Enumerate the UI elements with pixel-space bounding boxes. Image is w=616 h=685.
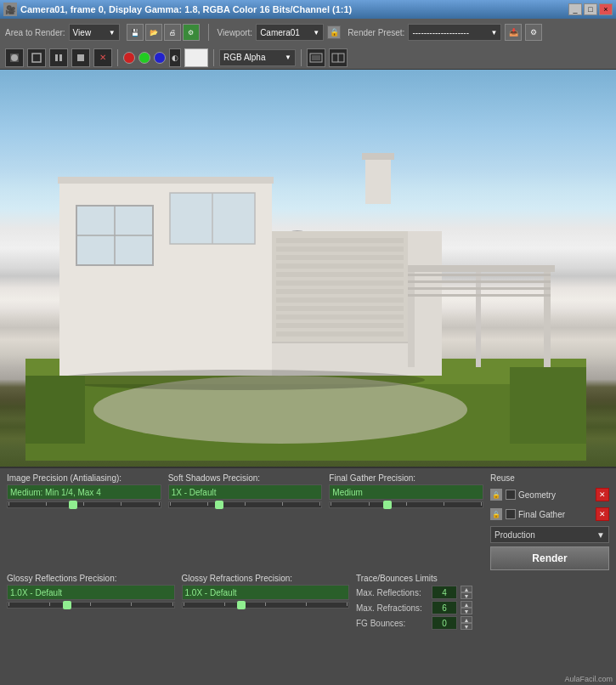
image-precision-label: Image Precision (Antialiasing): xyxy=(7,473,161,483)
max-refractions-row: Max. Refractions: 6 ▲ ▼ xyxy=(356,601,483,614)
final-gather-checkbox[interactable] xyxy=(506,509,516,519)
spin-up-button[interactable]: ▲ xyxy=(461,616,472,623)
marker xyxy=(224,603,225,606)
pause-button[interactable] xyxy=(49,48,68,67)
stop-button[interactable] xyxy=(71,48,90,67)
glossy-refractions-input[interactable]: 1.0X - Default xyxy=(182,585,350,600)
save-icon-button[interactable]: 💾 xyxy=(127,24,144,41)
final-gather-slider[interactable] xyxy=(329,501,483,508)
marker xyxy=(131,603,132,606)
toolbar-row2: ✕ ◐ RGB Alpha ▼ xyxy=(0,46,616,70)
lock-icon[interactable]: 🔒 xyxy=(490,489,502,501)
window-controls[interactable]: _ □ × xyxy=(568,3,613,15)
separator1 xyxy=(208,24,209,41)
svg-rect-31 xyxy=(404,265,555,272)
glossy-reflections-slider[interactable] xyxy=(7,602,175,609)
render-button[interactable]: Render xyxy=(490,546,609,570)
green-channel-indicator[interactable] xyxy=(138,52,150,64)
slider-thumb[interactable] xyxy=(215,501,223,509)
svg-rect-16 xyxy=(365,153,391,204)
print-icon-button[interactable]: 🖨 xyxy=(164,24,181,41)
open-icon-button[interactable]: 📂 xyxy=(145,24,162,41)
glossy-reflections-input[interactable]: 1.0X - Default xyxy=(7,585,175,600)
frame-view-icon[interactable] xyxy=(307,48,325,67)
render-region-button[interactable] xyxy=(27,48,46,67)
chevron-down-icon: ▼ xyxy=(490,29,497,37)
geometry-checkbox-item: Geometry xyxy=(506,490,556,500)
close-button[interactable]: × xyxy=(599,3,613,15)
glossy-refractions-label: Glossy Refractions Precision: xyxy=(182,574,350,583)
cancel-button[interactable]: ✕ xyxy=(93,48,112,67)
fg-bounces-input[interactable]: 0 xyxy=(432,616,457,630)
slider-thumb[interactable] xyxy=(383,501,392,509)
spin-up-button[interactable]: ▲ xyxy=(461,586,472,592)
marker xyxy=(8,502,9,506)
slider-thumb[interactable] xyxy=(69,501,77,509)
soft-shadows-input[interactable]: 1X - Default xyxy=(168,484,323,500)
split-view-icon[interactable] xyxy=(329,48,348,67)
lock-icon[interactable]: 🔒 xyxy=(327,25,341,39)
render-preset-dropdown[interactable]: -------------------- ▼ xyxy=(408,24,501,41)
geometry-delete-button[interactable]: ✕ xyxy=(596,488,609,501)
load-preset-icon-button[interactable]: 📥 xyxy=(505,24,522,41)
marker xyxy=(481,502,482,506)
geometry-checkbox[interactable] xyxy=(506,490,516,500)
max-reflections-spinner[interactable]: ▲ ▼ xyxy=(461,586,472,599)
channel-dropdown[interactable]: RGB Alpha ▼ xyxy=(219,49,296,66)
slider-thumb[interactable] xyxy=(237,601,246,609)
image-precision-input[interactable]: Medium: Min 1/4, Max 4 xyxy=(7,484,161,500)
maximize-button[interactable]: □ xyxy=(584,3,597,15)
svg-point-54 xyxy=(51,370,425,390)
svg-rect-33 xyxy=(408,280,551,283)
spin-down-button[interactable]: ▼ xyxy=(461,592,472,599)
area-to-render-label: Area to Render: xyxy=(5,28,65,37)
max-reflections-input[interactable]: 4 xyxy=(432,586,457,599)
final-gather-group: Final Gather Precision: Medium xyxy=(329,473,483,570)
svg-rect-52 xyxy=(276,323,404,328)
blue-channel-indicator[interactable] xyxy=(154,52,166,64)
minimize-button[interactable]: _ xyxy=(568,3,582,15)
trace-bounces-label: Trace/Bounces Limits xyxy=(356,574,483,583)
settings-icon-button[interactable]: ⚙ xyxy=(183,24,200,41)
spin-down-button[interactable]: ▼ xyxy=(461,608,472,614)
max-refractions-spinner[interactable]: ▲ ▼ xyxy=(461,601,472,614)
red-channel-indicator[interactable] xyxy=(123,52,135,64)
lock-icon[interactable]: 🔒 xyxy=(490,508,502,520)
marker xyxy=(369,502,370,506)
save-preset-icon-button[interactable]: ⚙ xyxy=(525,24,542,41)
trace-bounces-section: Trace/Bounces Limits Max. Reflections: 4… xyxy=(356,574,483,631)
marker xyxy=(444,502,444,506)
white-box[interactable] xyxy=(184,48,208,67)
controls-row1: Image Precision (Antialiasing): Medium: … xyxy=(7,473,609,570)
marker xyxy=(406,502,407,506)
separator2 xyxy=(117,49,118,66)
final-gather-delete-button[interactable]: ✕ xyxy=(596,507,609,521)
spin-up-button[interactable]: ▲ xyxy=(461,601,472,608)
production-dropdown[interactable]: Production ▼ xyxy=(490,526,609,543)
fg-bounces-spinner[interactable]: ▲ ▼ xyxy=(461,616,472,630)
marker xyxy=(282,502,283,506)
viewport-dropdown[interactable]: Camera01 ▼ xyxy=(256,24,324,41)
house-scene-svg xyxy=(25,95,586,461)
slider-markers xyxy=(169,502,322,506)
area-to-render-dropdown[interactable]: View ▼ xyxy=(69,24,120,41)
spin-down-button[interactable]: ▼ xyxy=(461,623,472,630)
svg-rect-50 xyxy=(276,306,404,311)
glossy-refractions-slider[interactable] xyxy=(182,602,350,609)
marker xyxy=(306,603,307,606)
separator4 xyxy=(301,49,302,66)
svg-rect-4 xyxy=(59,54,62,61)
marker xyxy=(331,502,331,506)
fg-bounces-label: FG Bounces: xyxy=(356,619,428,628)
max-refractions-label: Max. Refractions: xyxy=(356,603,428,613)
slider-thumb[interactable] xyxy=(63,601,71,609)
render-start-button[interactable] xyxy=(5,48,24,67)
title-bar: 🎥 Camera01, frame 0, Display Gamma: 1.8,… xyxy=(0,0,616,19)
soft-shadows-slider[interactable] xyxy=(168,501,323,508)
slider-markers xyxy=(8,502,161,506)
max-refractions-input[interactable]: 6 xyxy=(432,601,457,614)
glossy-reflections-group: Glossy Reflections Precision: 1.0X - Def… xyxy=(7,574,175,631)
mono-toggle[interactable]: ◐ xyxy=(169,48,181,67)
final-gather-input[interactable]: Medium xyxy=(329,484,483,500)
image-precision-slider[interactable] xyxy=(7,501,161,508)
